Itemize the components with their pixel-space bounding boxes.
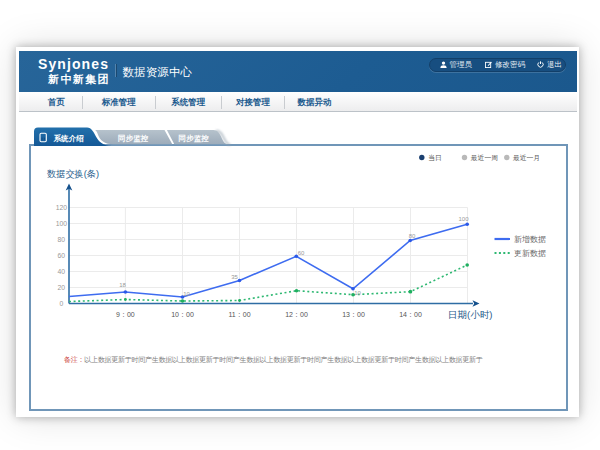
svg-text:14：00: 14：00 [399, 311, 422, 318]
svg-text:20: 20 [58, 284, 66, 291]
svg-text:最近一月: 最近一月 [512, 154, 540, 162]
svg-text:新增数据: 新增数据 [514, 235, 546, 244]
svg-text:35: 35 [231, 274, 238, 280]
svg-text:18: 18 [119, 282, 126, 288]
svg-text:100: 100 [56, 220, 68, 227]
svg-text:最近一周: 最近一周 [470, 154, 498, 161]
svg-text:系统介绍: 系统介绍 [54, 134, 85, 143]
svg-text:80: 80 [409, 233, 416, 239]
svg-text:11：00: 11：00 [228, 311, 250, 318]
svg-text:60: 60 [58, 252, 66, 259]
svg-text:40: 40 [58, 268, 66, 275]
svg-text:10：00: 10：00 [171, 311, 194, 318]
svg-text:120: 120 [56, 204, 68, 211]
svg-text:0: 0 [59, 300, 63, 307]
svg-text:日期(小时): 日期(小时) [448, 309, 492, 320]
svg-text:当日: 当日 [428, 154, 442, 162]
svg-text:同步监控: 同步监控 [179, 134, 210, 143]
svg-text:同步监控: 同步监控 [118, 134, 149, 143]
svg-text:9：00: 9：00 [116, 311, 135, 318]
svg-text:13：00: 13：00 [342, 311, 365, 318]
svg-text:10: 10 [183, 291, 190, 297]
svg-text:100: 100 [458, 216, 469, 222]
svg-text:数据交换(条): 数据交换(条) [47, 169, 99, 179]
svg-text:12：00: 12：00 [285, 311, 308, 318]
svg-text:60: 60 [298, 250, 305, 256]
svg-text:10: 10 [354, 290, 361, 296]
svg-text:更新数据: 更新数据 [514, 249, 546, 258]
svg-text:80: 80 [58, 236, 66, 243]
